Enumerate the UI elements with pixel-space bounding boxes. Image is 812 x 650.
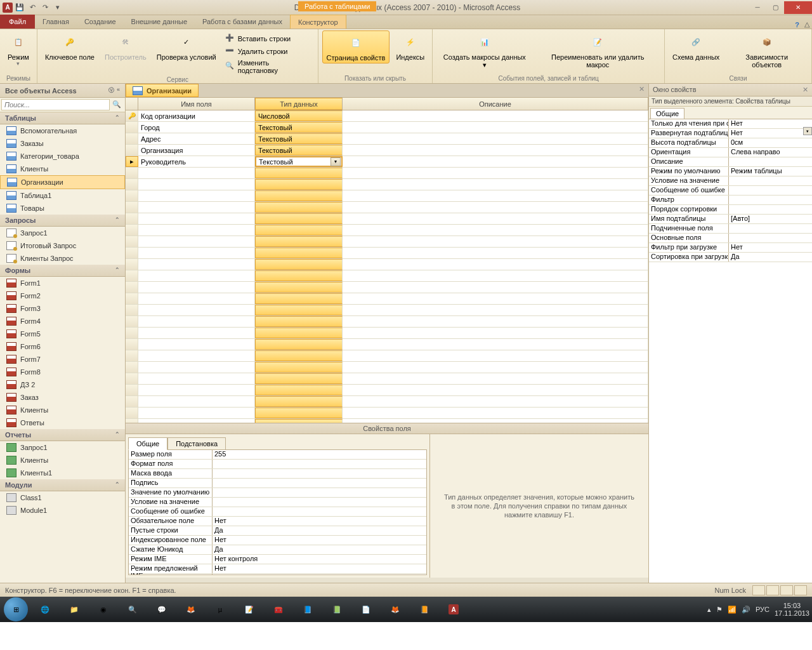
ps-value[interactable]: Нет bbox=[729, 129, 812, 138]
field-type-cell[interactable] bbox=[255, 190, 343, 201]
field-name-cell[interactable] bbox=[138, 259, 255, 270]
ps-value[interactable] bbox=[729, 176, 812, 185]
ps-value[interactable]: Режим таблицы bbox=[729, 167, 812, 176]
field-name-cell[interactable] bbox=[138, 236, 255, 247]
close-propsheet-icon[interactable]: ✕ bbox=[802, 86, 808, 94]
tab-external[interactable]: Внешние данные bbox=[124, 15, 195, 29]
tb-word-icon[interactable]: 📄 bbox=[353, 599, 379, 620]
field-desc-cell[interactable] bbox=[343, 362, 648, 373]
row-selector[interactable] bbox=[126, 293, 138, 304]
field-name-cell[interactable] bbox=[138, 213, 255, 224]
field-prop-row[interactable]: Индексированное полеНет bbox=[129, 536, 426, 545]
field-type-cell[interactable] bbox=[255, 259, 343, 270]
search-icon[interactable]: 🔍 bbox=[110, 99, 124, 110]
tb-app2-icon[interactable]: 🧰 bbox=[265, 599, 292, 620]
propsheet-row[interactable]: Фильтр при загрузкеНет bbox=[649, 243, 812, 253]
propsheet-row[interactable]: Порядок сортировки bbox=[649, 205, 812, 215]
ps-tab-general[interactable]: Общие bbox=[650, 108, 684, 119]
field-name-cell[interactable] bbox=[138, 305, 255, 315]
field-type-cell[interactable] bbox=[255, 248, 343, 258]
row-selector[interactable] bbox=[126, 190, 138, 201]
tb-firefox2-icon[interactable]: 🦊 bbox=[382, 599, 409, 620]
nav-item[interactable]: Товары bbox=[0, 202, 125, 215]
field-desc-cell[interactable] bbox=[343, 385, 648, 395]
minimize-button[interactable]: ─ bbox=[749, 1, 766, 14]
field-desc-cell[interactable] bbox=[343, 316, 648, 327]
row-selector[interactable] bbox=[126, 259, 138, 270]
field-desc-cell[interactable] bbox=[343, 179, 648, 190]
nav-item[interactable]: Клиенты bbox=[0, 454, 125, 467]
nav-item[interactable]: Заказы bbox=[0, 137, 125, 150]
field-desc-cell[interactable] bbox=[343, 225, 648, 235]
field-type-cell[interactable] bbox=[255, 362, 343, 373]
nav-item[interactable]: Клиенты Запрос bbox=[0, 252, 125, 265]
propsheet-row[interactable]: Высота подтаблицы0см bbox=[649, 138, 812, 148]
field-desc-cell[interactable] bbox=[343, 350, 648, 361]
nav-pane-header[interactable]: Все объекты Access ⓥ« bbox=[0, 84, 125, 98]
prop-value[interactable] bbox=[213, 574, 426, 575]
nav-item[interactable]: Категории_товара bbox=[0, 150, 125, 162]
prop-value[interactable]: Нет bbox=[213, 564, 426, 573]
field-type-cell[interactable] bbox=[255, 225, 343, 235]
field-prop-row[interactable]: Подпись bbox=[129, 479, 426, 488]
field-type-cell[interactable] bbox=[255, 236, 343, 247]
ps-value[interactable] bbox=[729, 186, 812, 195]
field-type-cell[interactable] bbox=[255, 270, 343, 281]
nav-item[interactable]: Form4 bbox=[0, 315, 125, 328]
tray-clock[interactable]: 15:03 17.11.2013 bbox=[775, 602, 809, 617]
field-desc-cell[interactable] bbox=[343, 408, 648, 418]
nav-item[interactable]: Form6 bbox=[0, 340, 125, 353]
column-header-name[interactable]: Имя поля bbox=[138, 98, 255, 110]
design-grid[interactable]: 🔑Код организацииЧисловойГородТекстовыйАд… bbox=[126, 110, 648, 423]
row-selector[interactable] bbox=[126, 373, 138, 384]
field-name-cell[interactable]: Организация bbox=[138, 145, 255, 156]
nav-group-queries[interactable]: Запросы⌃ bbox=[0, 215, 125, 227]
grid-row[interactable]: ОрганизацияТекстовый bbox=[126, 145, 648, 156]
modify-lookup-button[interactable]: 🔍Изменить подстановку bbox=[223, 58, 314, 75]
propsheet-row[interactable]: Условие на значение bbox=[649, 176, 812, 186]
tray-arrow-icon[interactable]: ▴ bbox=[707, 606, 711, 614]
nav-item[interactable]: Запрос1 bbox=[0, 441, 125, 454]
field-props-grid[interactable]: Размер поля255Формат поляМаска вводаПодп… bbox=[128, 449, 427, 575]
field-type-cell[interactable] bbox=[255, 385, 343, 395]
prop-value[interactable] bbox=[213, 460, 426, 468]
field-type-cell[interactable] bbox=[255, 179, 343, 190]
qat-customize-icon[interactable]: ▾ bbox=[52, 2, 63, 13]
propsheet-row[interactable]: Сообщение об ошибке bbox=[649, 186, 812, 196]
field-type-cell[interactable] bbox=[255, 293, 343, 304]
validation-button[interactable]: ✓ Проверка условий bbox=[153, 30, 220, 62]
grid-row[interactable] bbox=[126, 385, 648, 396]
delete-rows-button[interactable]: ➖Удалить строки bbox=[223, 46, 314, 57]
nav-item[interactable]: Запрос1 bbox=[0, 227, 125, 239]
row-selector[interactable] bbox=[126, 328, 138, 338]
grid-row[interactable] bbox=[126, 225, 648, 236]
row-selector[interactable] bbox=[126, 145, 138, 156]
field-name-cell[interactable] bbox=[138, 248, 255, 258]
grid-row[interactable]: ▸РуководительТекстовый▾ bbox=[126, 156, 648, 168]
field-name-cell[interactable] bbox=[138, 179, 255, 190]
field-name-cell[interactable] bbox=[138, 339, 255, 350]
row-selector[interactable] bbox=[126, 408, 138, 418]
propsheet-row[interactable]: Описание bbox=[649, 157, 812, 167]
ps-value[interactable] bbox=[729, 196, 812, 204]
rename-macro-button[interactable]: 📝 Переименовать или удалить макрос bbox=[535, 30, 660, 70]
prop-value[interactable] bbox=[213, 488, 426, 497]
field-desc-cell[interactable] bbox=[343, 133, 648, 144]
grid-row[interactable]: АдресТекстовый bbox=[126, 133, 648, 145]
close-button[interactable]: ✕ bbox=[784, 1, 812, 14]
tb-explorer-icon[interactable]: 📁 bbox=[61, 599, 88, 620]
field-name-cell[interactable] bbox=[138, 202, 255, 213]
primary-key-button[interactable]: 🔑 Ключевое поле bbox=[41, 30, 98, 62]
start-button[interactable]: ⊞ bbox=[3, 599, 29, 620]
prop-value[interactable] bbox=[213, 469, 426, 478]
view-pivotchart-button[interactable] bbox=[794, 585, 807, 595]
field-desc-cell[interactable] bbox=[343, 328, 648, 338]
nav-item[interactable]: Таблица1 bbox=[0, 189, 125, 202]
nav-dropdown-icon[interactable]: ⓥ bbox=[108, 86, 114, 95]
nav-group-modules[interactable]: Модули⌃ bbox=[0, 479, 125, 491]
tab-dbtools[interactable]: Работа с базами данных bbox=[195, 15, 290, 29]
field-type-cell[interactable] bbox=[255, 202, 343, 213]
field-desc-cell[interactable] bbox=[343, 110, 648, 121]
row-selector[interactable] bbox=[126, 202, 138, 213]
grid-row[interactable] bbox=[126, 270, 648, 282]
